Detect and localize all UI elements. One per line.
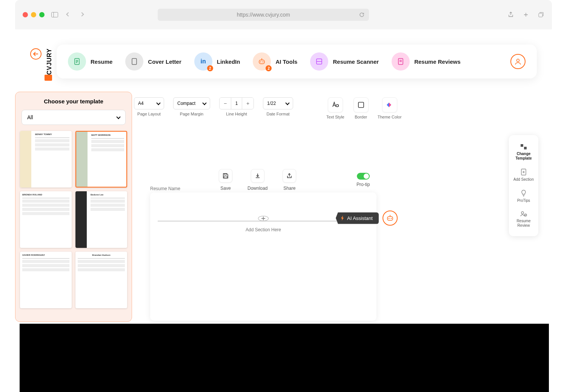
line-height-group: − 1 + Line Height: [219, 97, 254, 116]
side-protips[interactable]: ProTips: [509, 186, 538, 207]
ai-assistant-button[interactable]: [383, 211, 398, 226]
template-thumb[interactable]: XAVIER RODRIGUEZ: [20, 252, 72, 308]
svg-rect-20: [521, 144, 523, 147]
svg-point-18: [391, 218, 392, 219]
back-nav-icon[interactable]: [65, 11, 72, 18]
svg-point-19: [390, 215, 390, 216]
svg-rect-21: [524, 147, 527, 149]
brand-mark: [45, 75, 52, 81]
line-height-label: Line Height: [226, 112, 247, 116]
svg-rect-5: [259, 60, 264, 64]
right-side-panel: Change Template Add Section ProTips Resu…: [509, 135, 538, 236]
new-tab-icon[interactable]: [522, 11, 529, 18]
page-margin-label: Page Margin: [180, 112, 203, 116]
user-avatar[interactable]: [510, 54, 526, 69]
svg-point-17: [389, 218, 390, 219]
page-icon: [125, 52, 143, 71]
footer-black-region: [20, 324, 549, 392]
svg-point-23: [521, 212, 524, 214]
nav-cover-label: Cover Letter: [148, 58, 181, 65]
share-label: Share: [283, 186, 295, 191]
nav-ai-tools[interactable]: 2 AI Tools: [253, 52, 297, 71]
document-icon: [68, 52, 86, 71]
svg-point-11: [517, 59, 519, 62]
date-format-group: 1/22 Date Format: [263, 97, 293, 116]
minimize-window-button[interactable]: [31, 12, 36, 17]
svg-rect-2: [539, 13, 542, 17]
svg-point-12: [336, 105, 338, 107]
page-layout-label: Page Layout: [137, 112, 161, 116]
page-layout-group: A4 Page Layout: [134, 97, 164, 116]
top-navigation: Resume Cover Letter in 2 LinkedIn 2 AI T…: [57, 45, 537, 78]
protip-control: Pro-tip: [356, 173, 370, 187]
ai-assistant-label: AI Assistant: [336, 212, 379, 224]
bulb-icon: [521, 189, 527, 197]
browser-chrome: https://www.cvjury.com: [15, 0, 552, 29]
share-action: Share: [283, 169, 296, 191]
swap-icon: [520, 143, 527, 150]
nav-cover-letter[interactable]: Cover Letter: [125, 52, 181, 71]
page-margin-select[interactable]: Compact: [173, 97, 210, 109]
save-label: Save: [220, 186, 230, 191]
add-page-icon: [520, 168, 527, 176]
side-change-template[interactable]: Change Template: [509, 140, 538, 164]
address-bar[interactable]: https://www.cvjury.com: [158, 9, 369, 21]
refresh-icon[interactable]: [358, 11, 365, 18]
line-height-value: 1: [231, 98, 242, 109]
template-thumb[interactable]: MATT MORRISON: [75, 131, 127, 188]
maximize-window-button[interactable]: [39, 12, 45, 17]
border-button[interactable]: [353, 97, 369, 112]
nav-scanner-label: Resume Scanner: [333, 58, 379, 65]
download-action: Download: [247, 169, 267, 191]
brand-logo: CVJURY: [46, 48, 53, 75]
theme-color-label: Theme Color: [378, 115, 402, 119]
nav-resume-scanner[interactable]: Resume Scanner: [310, 52, 379, 71]
svg-rect-4: [132, 58, 137, 65]
nav-resume-label: Resume: [91, 58, 112, 65]
nav-resume[interactable]: Resume: [68, 52, 112, 71]
template-thumb[interactable]: BRENDA ROLAND: [20, 191, 72, 248]
share-button[interactable]: [283, 169, 296, 183]
reviews-icon: [392, 52, 410, 71]
nav-resume-reviews[interactable]: Resume Reviews: [392, 52, 461, 71]
svg-point-6: [260, 61, 261, 63]
add-section-button[interactable]: [258, 216, 269, 221]
browser-actions: [507, 11, 544, 18]
template-panel-title: Choose your template: [19, 98, 128, 105]
template-filter-dropdown[interactable]: All: [22, 110, 126, 125]
side-resume-review[interactable]: Resume Review: [509, 207, 538, 232]
side-add-section[interactable]: Add Section: [509, 164, 538, 186]
ai-badge: 2: [266, 65, 272, 71]
tabs-icon[interactable]: [538, 11, 544, 18]
template-thumb[interactable]: Brandan Hudson: [75, 252, 127, 308]
share-icon[interactable]: [507, 11, 514, 18]
svg-point-7: [263, 61, 264, 63]
nav-linkedin[interactable]: in 2 LinkedIn: [194, 52, 240, 71]
svg-rect-16: [387, 217, 393, 220]
sidebar-toggle-icon[interactable]: [51, 11, 58, 18]
decrement-button[interactable]: −: [220, 98, 231, 109]
robot-icon: 2: [253, 52, 271, 71]
svg-rect-0: [52, 12, 58, 17]
download-button[interactable]: [251, 169, 264, 183]
back-button[interactable]: [30, 48, 41, 60]
theme-color-button[interactable]: [382, 97, 397, 112]
date-format-select[interactable]: 1/22: [263, 97, 293, 109]
protip-label: Pro-tip: [356, 182, 370, 187]
chevron-down-icon: [156, 101, 160, 105]
forward-nav-icon[interactable]: [78, 11, 85, 18]
save-button[interactable]: [219, 169, 232, 183]
text-style-button[interactable]: [328, 97, 343, 112]
increment-button[interactable]: +: [242, 98, 254, 109]
document-actions: Save Download Share: [219, 169, 296, 191]
review-icon: [520, 211, 527, 217]
save-action: Save: [219, 169, 232, 191]
protip-toggle[interactable]: [357, 173, 370, 180]
template-thumb[interactable]: BENNY TOMMY: [20, 131, 72, 188]
template-thumb[interactable]: Bedone Lee: [75, 191, 127, 248]
page-layout-select[interactable]: A4: [134, 97, 164, 109]
chevron-down-icon: [285, 101, 289, 105]
nav-linkedin-label: LinkedIn: [217, 58, 240, 65]
close-window-button[interactable]: [23, 12, 28, 17]
scanner-icon: [310, 52, 328, 71]
